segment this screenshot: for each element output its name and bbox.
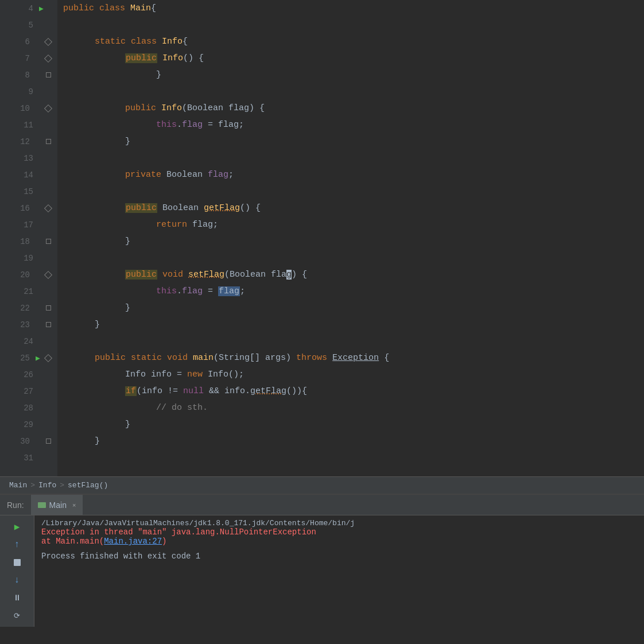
gutter-row-25: 25 ▶ (0, 350, 57, 366)
field-flag-decl: flag (208, 170, 228, 180)
code-container: 4 ▶ 5 6 7 8 (0, 0, 644, 476)
gutter-diamond-16[interactable] (44, 204, 53, 213)
run-pause-button[interactable]: ⏸ (9, 591, 25, 604)
gutter-diamond-7[interactable] (44, 54, 53, 63)
run-arrow-25[interactable]: ▶ (33, 354, 42, 363)
code-line-13 (57, 150, 644, 166)
method-setflag: setFlag (188, 270, 224, 280)
gutter-row-11: 11 (0, 117, 57, 133)
line-num-10: 10 (16, 104, 30, 113)
line-num-5: 5 (20, 21, 33, 30)
keyword-this2: this (156, 286, 177, 296)
keyword-null: null (183, 386, 204, 396)
run-tabs: Run: Main × (0, 495, 644, 515)
code-line-11: this.flag = flag; (57, 117, 644, 133)
code-line-4: public class Main{ (57, 0, 644, 17)
up-arrow-icon: ↑ (14, 540, 20, 550)
keyword-static: static (131, 353, 167, 363)
gutter-diamond-25[interactable] (44, 354, 53, 363)
code-content[interactable]: public class Main{ static class Info{ pu… (57, 0, 644, 476)
method-info-bool: Info (161, 103, 182, 113)
run-down-button[interactable]: ↓ (9, 573, 25, 587)
gutter-row-9: 9 (0, 83, 57, 100)
code-line-14: private Boolean flag; (57, 166, 644, 183)
run-tab-close[interactable]: × (72, 502, 76, 509)
code-line-9 (57, 83, 644, 100)
gutter-square-22[interactable] (44, 304, 53, 313)
breadcrumb-main[interactable]: Main (9, 481, 27, 490)
run-tab-main[interactable]: Main × (31, 495, 83, 515)
line-num-23: 23 (16, 320, 30, 329)
gutter-row-10: 10 (0, 100, 57, 117)
code-line-16: public Boolean getFlag() { (57, 200, 644, 216)
gutter-square-8[interactable] (44, 71, 53, 80)
gutter-row-30: 30 (0, 433, 57, 449)
gutter-row-31: 31 (0, 449, 57, 466)
code-line-28: // do sth. (57, 399, 644, 416)
breadcrumb-info[interactable]: Info (38, 481, 56, 490)
code-line-26: Info info = new Info(); (57, 366, 644, 383)
run-at-line: at Main.main(Main.java:27) (41, 537, 637, 546)
editor-area: 4 ▶ 5 6 7 8 (0, 0, 644, 494)
run-stop-button[interactable] (9, 556, 25, 569)
gutter-diamond-6[interactable] (44, 37, 53, 46)
gutter-row-5: 5 (0, 17, 57, 33)
run-arrow-4[interactable]: ▶ (37, 4, 46, 13)
gutter-row-23: 23 (0, 316, 57, 333)
line-num-4: 4 (20, 4, 33, 13)
gutter-square-12[interactable] (44, 137, 53, 146)
keyword-void2: void (167, 353, 193, 363)
line-num-27: 27 (20, 387, 33, 396)
run-play-button[interactable]: ▶ (9, 520, 25, 533)
run-error-link[interactable]: Main.java:27 (104, 537, 162, 546)
code-line-6: static class Info{ (57, 33, 644, 50)
code-line-29: } (57, 416, 644, 433)
run-rerun-button[interactable]: ↑ (9, 538, 25, 551)
code-line-5 (57, 17, 644, 33)
run-reload-button[interactable]: ⟳ (9, 609, 25, 622)
gutter-square-23[interactable] (44, 320, 53, 329)
code-line-27: if(info != null && info.getFlag()){ (57, 383, 644, 399)
run-toolbar: ▶ ↑ ↓ ⏸ ⟳ (0, 515, 34, 627)
code-line-21: this.flag = flag; (57, 283, 644, 300)
gutter-row-18: 18 (0, 233, 57, 250)
gutter-square-18[interactable] (44, 237, 53, 246)
line-num-12: 12 (16, 137, 30, 146)
line-num-9: 9 (20, 87, 33, 96)
stop-icon (14, 559, 21, 566)
gutter-row-16: 16 (0, 200, 57, 216)
method-getflag-call: getFlag (250, 386, 286, 396)
breadcrumb-bar: Main > Info > setFlag() (0, 476, 644, 494)
gutter-row-14: 14 (0, 166, 57, 183)
code-line-10: public Info(Boolean flag) { (57, 100, 644, 117)
gutter-row-20: 20 (0, 266, 57, 283)
run-label: Run: (0, 495, 31, 515)
code-line-23: } (57, 316, 644, 333)
keyword-public-16: public (126, 203, 157, 213)
down-arrow-icon: ↓ (14, 575, 20, 585)
line-num-28: 28 (20, 404, 33, 413)
classname-info: Info (162, 37, 183, 46)
gutter-square-30[interactable] (44, 437, 53, 446)
run-tab-name: Main (49, 501, 67, 510)
line-num-13: 13 (20, 154, 33, 163)
code-line-15 (57, 183, 644, 200)
play-icon: ▶ (14, 521, 20, 533)
keyword-if: if (126, 386, 136, 396)
keyword-public-7: public (126, 53, 157, 63)
keyword-private: private (125, 170, 166, 180)
breadcrumb-setflag[interactable]: setFlag() (68, 481, 108, 490)
code-line-7: public Info() { (57, 50, 644, 67)
run-tab-icon (38, 502, 46, 508)
line-num-15: 15 (20, 187, 33, 196)
field-flag2: flag (182, 286, 203, 296)
gutter-diamond-20[interactable] (44, 270, 53, 280)
gutter-diamond-10[interactable] (44, 104, 53, 113)
code-line-20: public void setFlag(Boolean flag) { (57, 266, 644, 283)
run-body: ▶ ↑ ↓ ⏸ ⟳ /Library/Java/JavaVirtualMachi… (0, 515, 644, 627)
class-exception: Exception (332, 353, 379, 363)
gutter-row-21: 21 (0, 283, 57, 300)
gutter: 4 ▶ 5 6 7 8 (0, 0, 57, 476)
at-prefix: at Main.main( (41, 537, 104, 546)
field-flag: flag (182, 120, 203, 130)
